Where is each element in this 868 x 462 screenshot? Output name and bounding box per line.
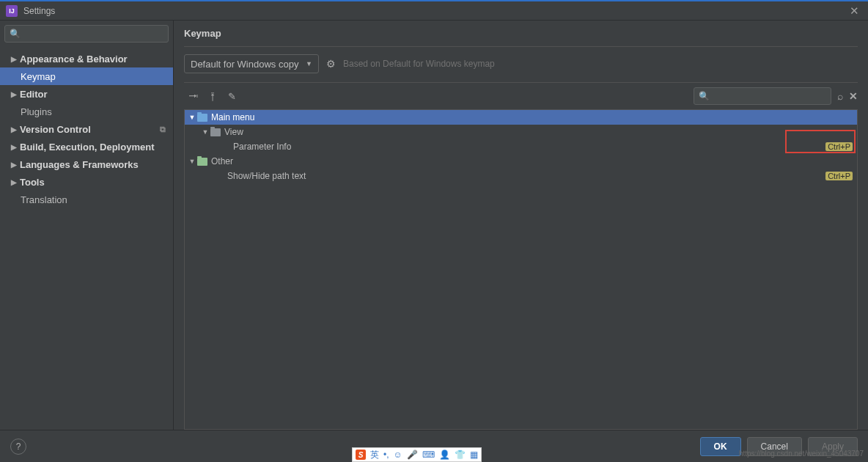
folder-icon [210,128,221,136]
chevron-down-icon: ▼ [188,158,196,165]
app-icon: IJ [6,5,18,17]
collapse-all-icon[interactable]: ⭱ [208,91,218,102]
toolbar-left: ⭲ ⭱ ✎ [184,91,683,102]
keymap-search[interactable]: 🔍 [694,87,831,105]
ime-icon[interactable]: •, [383,450,389,460]
chevron-right-icon: ▶ [11,125,20,133]
chevron-right-icon: ▶ [11,178,20,186]
sidebar-item-editor[interactable]: ▶Editor [0,85,173,103]
chevron-down-icon: ▼ [188,114,196,121]
keymap-row-other[interactable]: ▼ Other [185,154,857,169]
ime-toolbar[interactable]: S 英 •, ☺ 🎤 ⌨ 👤 👕 ▦ [352,447,482,462]
window-title: Settings [23,6,847,16]
search-icon: 🔍 [699,91,710,101]
sidebar-item-label: Editor [20,89,48,100]
sidebar-item-label: Keymap [21,71,56,82]
keymap-scheme-combo[interactable]: Default for Windows copy ▼ [184,54,319,73]
keymap-row-parameter-info[interactable]: Parameter Info Ctrl+P [185,139,857,154]
sidebar-item-label: Build, Execution, Deployment [20,142,154,153]
toolbar-right: 🔍 ⌕ ✕ [694,87,858,105]
keymap-label: Other [208,156,853,166]
chevron-right-icon: ▶ [11,55,20,63]
edit-shortcut-icon[interactable]: ✎ [228,91,236,102]
clear-search-icon[interactable]: ✕ [849,90,858,102]
sidebar-item-label: Translation [21,194,67,205]
keymap-tree[interactable]: ▼ Main menu ▼ View Parameter Info Ctrl+P… [184,110,858,430]
keymap-label: Show/Hide path text [224,171,825,181]
sidebar-item-version-control[interactable]: ▶Version Control⧉ [0,120,173,138]
expand-all-icon[interactable]: ⭲ [188,91,198,102]
keymap-label: Main menu [208,112,853,122]
shortcut-badge: Ctrl+P [825,172,853,180]
keymap-row-view[interactable]: ▼ View [185,125,857,139]
content-title: Keymap [184,28,858,47]
sidebar-tree: ▶Appearance & Behavior Keymap ▶Editor Pl… [0,47,173,208]
sidebar-item-label: Languages & Frameworks [20,159,139,170]
sidebar-item-keymap[interactable]: Keymap [0,67,173,85]
folder-icon [196,114,208,122]
chevron-down-icon: ▼ [306,60,312,67]
titlebar: IJ Settings ✕ [0,0,868,21]
sidebar-item-build[interactable]: ▶Build, Execution, Deployment [0,138,173,155]
chevron-right-icon: ▶ [11,161,20,169]
keymap-label: Parameter Info [230,142,825,152]
vcs-badge-icon: ⧉ [160,125,166,134]
folder-icon [196,158,208,166]
sidebar-item-plugins[interactable]: Plugins [0,103,173,120]
sogou-logo-icon: S [356,450,366,460]
sidebar-search-input[interactable] [23,29,163,39]
keymap-toolbar: ⭲ ⭱ ✎ 🔍 ⌕ ✕ [184,82,858,110]
sidebar-item-appearance[interactable]: ▶Appearance & Behavior [0,50,173,67]
scheme-row: Default for Windows copy ▼ ⚙ Based on De… [184,54,858,73]
chevron-right-icon: ▶ [11,143,20,151]
sidebar-item-tools[interactable]: ▶Tools [0,173,173,191]
chevron-right-icon: ▶ [11,90,20,98]
sidebar-item-label: Plugins [21,106,52,117]
sidebar-item-label: Version Control [20,124,91,135]
search-icon: 🔍 [10,29,21,39]
sidebar-search[interactable]: 🔍 [4,25,169,43]
keymap-row-main-menu[interactable]: ▼ Main menu [185,110,857,125]
keymap-row-show-hide[interactable]: Show/Hide path text Ctrl+P [185,169,857,183]
close-icon[interactable]: ✕ [847,4,862,18]
help-button[interactable]: ? [10,439,26,455]
ime-person-icon[interactable]: 👤 [439,450,450,460]
sidebar-item-translation[interactable]: Translation [0,191,173,208]
sidebar-item-label: Tools [20,177,45,188]
content-panel: Keymap Default for Windows copy ▼ ⚙ Base… [174,21,868,430]
ime-keyboard-icon[interactable]: ⌨ [422,450,435,460]
ime-lang[interactable]: 英 [370,449,379,461]
keymap-search-input[interactable] [713,91,826,101]
ime-mic-icon[interactable]: 🎤 [407,450,418,460]
main-layout: 🔍 ▶Appearance & Behavior Keymap ▶Editor … [0,21,868,430]
ime-emoji-icon[interactable]: ☺ [394,450,402,460]
ok-button[interactable]: OK [700,437,741,456]
gear-icon[interactable]: ⚙ [326,58,336,70]
watermark: https://blog.csdn.net/weixin_45043707 [739,450,864,458]
keymap-label: View [221,127,853,137]
based-on-label: Based on Default for Windows keymap [343,59,495,69]
sidebar-search-wrap: 🔍 [0,21,173,47]
ime-grid-icon[interactable]: ▦ [470,450,478,460]
sidebar-item-languages[interactable]: ▶Languages & Frameworks [0,155,173,173]
sidebar-item-label: Appearance & Behavior [20,54,128,65]
combo-value: Default for Windows copy [191,59,298,70]
chevron-down-icon: ▼ [201,128,210,136]
sidebar: 🔍 ▶Appearance & Behavior Keymap ▶Editor … [0,21,174,430]
ime-shirt-icon[interactable]: 👕 [455,450,466,460]
shortcut-badge: Ctrl+P [825,142,853,151]
find-by-shortcut-icon[interactable]: ⌕ [837,90,843,102]
